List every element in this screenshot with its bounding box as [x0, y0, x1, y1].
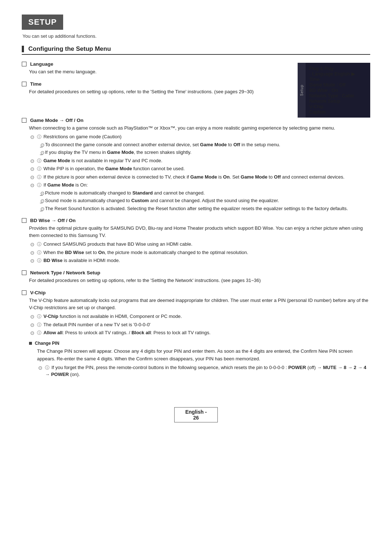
- bdwise-notes: ⓘ Connect SAMSUNG products that have BD …: [29, 241, 370, 264]
- setup-title-box: SETUP: [22, 15, 63, 30]
- note-item: ⓘ When the BD Wise set to On, the pictur…: [29, 249, 370, 256]
- subsection-bdwise-title: BD Wise → Off / On: [22, 218, 370, 223]
- subsection-time-body: For detailed procedures on setting up op…: [29, 88, 289, 95]
- note-item: ⓘ Allow all: Press to unlock all TV rati…: [29, 329, 370, 336]
- menu-row-caption: Caption: [309, 109, 367, 115]
- menu-image: Setup Plug & Play - Language English ▶ T…: [298, 63, 370, 118]
- subsection-vchip-body: The V-Chip feature automatically locks o…: [29, 297, 370, 378]
- menu-row-gamemode: Game Mode : Off: [309, 82, 367, 87]
- subsection-network: Network Type / Network Setup For detaile…: [22, 270, 370, 284]
- note-item: ⓘ BD Wise is available in HDMI mode.: [29, 257, 370, 264]
- vchip-notes: ⓘ V-Chip function is not available in HD…: [29, 313, 370, 336]
- subsection-vchip-title: V-Chip: [22, 290, 370, 295]
- change-pin-section: Change PIN The Change PIN screen will ap…: [29, 340, 370, 378]
- note-item: ⓘ If the picture is poor when external d…: [29, 173, 370, 181]
- note-item: ⓘ Game Mode is not available in regular …: [29, 157, 370, 164]
- subsection-language-body: You can set the menu language.: [29, 68, 289, 75]
- subsection-time: Time For detailed procedures on setting …: [22, 81, 289, 95]
- menu-row-language: - Language English ▶: [309, 71, 367, 77]
- menu-sidebar: Setup: [298, 63, 306, 118]
- note-item: ⓘ Connect SAMSUNG products that have BD …: [29, 241, 370, 248]
- checkbox-icon-language: [22, 62, 26, 66]
- change-pin-note: ⓘ If you forget the PIN, press the remot…: [37, 364, 370, 378]
- subsection-bdwise-body: Provides the optimal picture quality for…: [29, 225, 370, 264]
- subsection-network-body: For detailed procedures on setting up op…: [29, 277, 370, 284]
- menu-row-vchip: V-Chip: [309, 104, 367, 109]
- checkbox-icon-bdwise: [22, 218, 26, 223]
- subsection-network-title: Network Type / Network Setup: [22, 270, 370, 275]
- note-item: ⓘ While PIP is in operation, the Game Mo…: [29, 165, 370, 172]
- subsection-bdwise: BD Wise → Off / On Provides the optimal …: [22, 218, 370, 264]
- subsection-gamemode: Game Mode → Off / On When connecting to …: [22, 118, 370, 212]
- note-item: ⓘ If Game Mode is On: Picture mode is au…: [29, 181, 370, 212]
- subsection-gamemode-body: When connecting to a game console such a…: [29, 124, 370, 212]
- menu-row-networktype: Network Type : Cable: [309, 93, 367, 98]
- menu-row-time: Time: [309, 77, 367, 82]
- section-heading-text: Configuring the Setup Menu: [28, 45, 111, 53]
- note-item: ⓘ If you forget the PIN, press the remot…: [37, 364, 370, 378]
- note-item: ⓘ V-Chip function is not available in HD…: [29, 313, 370, 320]
- section-heading: Configuring the Setup Menu: [22, 45, 370, 55]
- checkbox-icon-network: [22, 270, 26, 275]
- menu-main-area: Plug & Play - Language English ▶ Time Ga…: [306, 63, 370, 118]
- note-item: ⓘ Restrictions on game mode (Caution) To…: [29, 133, 370, 156]
- content-left: Language You can set the menu language. …: [22, 61, 289, 101]
- gamemode-notes: ⓘ Restrictions on game mode (Caution) To…: [29, 133, 370, 212]
- subsection-time-title: Time: [22, 81, 289, 87]
- menu-row-bdwise: BD Wise : On: [309, 87, 367, 93]
- subsection-language-title: Language: [22, 61, 289, 67]
- change-pin-body: The Change PIN screen will appear. Choos…: [37, 348, 370, 378]
- gamemode-dashes-0: To disconnect the game console and conne…: [40, 141, 370, 156]
- subsection-gamemode-title: Game Mode → Off / On: [22, 118, 370, 123]
- gamemode-dashes-1: Picture mode is automatically changed to…: [40, 189, 370, 212]
- change-pin-label: Change PIN: [29, 340, 370, 347]
- subsection-language: Language You can set the menu language.: [22, 61, 289, 75]
- footer-wrapper: English - 26: [22, 393, 370, 422]
- subtitle-desc: You can set up additional functions.: [23, 33, 370, 39]
- checkbox-icon-time: [22, 82, 26, 86]
- checkbox-icon-vchip: [22, 290, 26, 295]
- checkbox-icon-gamemode: [22, 118, 26, 123]
- subsection-vchip: V-Chip The V-Chip feature automatically …: [22, 290, 370, 378]
- menu-sidebar-text: Setup: [300, 85, 304, 96]
- page-footer: English - 26: [174, 407, 218, 422]
- menu-row-networksetup: Network Setup: [309, 98, 367, 104]
- note-item: ⓘ The default PIN number of a new TV set…: [29, 321, 370, 328]
- menu-title-row: Plug & Play: [309, 66, 367, 71]
- small-square-icon: [29, 342, 32, 345]
